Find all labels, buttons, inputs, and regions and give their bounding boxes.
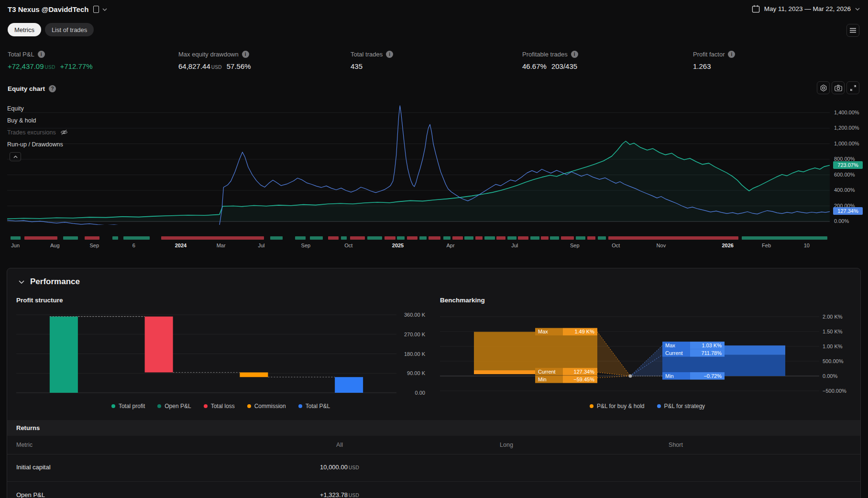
legend-label: Total loss: [211, 403, 235, 409]
long-trade-segment: [443, 236, 450, 240]
tab-list-of-trades[interactable]: List of trades: [45, 23, 94, 36]
legend-dot: [298, 404, 302, 408]
legend-dot: [590, 404, 593, 408]
info-icon[interactable]: i: [728, 51, 735, 58]
strategy-selector[interactable]: T3 Nexus @DaviddTech: [8, 5, 107, 13]
metric-cell: Initial capital: [16, 464, 51, 471]
profit-structure-legend: Total profitOpen P&LTotal lossCommission…: [16, 403, 425, 409]
performance-header[interactable]: Performance: [19, 277, 80, 287]
legend-item-trades-excursions[interactable]: Trades excursions: [7, 126, 68, 138]
current-value-badge: 723.07%: [833, 161, 863, 169]
long-trade-segment: [63, 236, 78, 240]
y-axis-label: 2.00 K%: [823, 314, 843, 320]
equity-chart-x-axis[interactable]: JunAugSep62024MarJulSepOct2025AprJulSepO…: [0, 243, 868, 252]
bar-total-loss: [145, 317, 173, 373]
equity-chart-canvas[interactable]: [7, 98, 830, 225]
table-row: Initial capital10,000.00USD: [7, 454, 860, 482]
collapse-legend-button[interactable]: [10, 152, 21, 161]
y-axis-label: 400.00%: [834, 187, 855, 193]
cell-unit: USD: [349, 465, 359, 470]
legend-item-p-l-for-strategy[interactable]: P&L for strategy: [657, 403, 705, 409]
legend-item-p-l-for-buy-hold[interactable]: P&L for buy & hold: [590, 403, 645, 409]
metric-label: Max equity drawdown: [178, 51, 239, 58]
strategy-tester-panel: T3 Nexus @DaviddTech May 11, 2023 — Mar …: [0, 0, 868, 498]
legend-item-total-profit[interactable]: Total profit: [111, 403, 145, 409]
x-axis-label: 2025: [392, 243, 404, 248]
long-trade-segment: [341, 236, 347, 240]
returns-table-body: Initial capital10,000.00USDOpen P&L+1,32…: [7, 454, 860, 498]
short-trade-segment: [518, 236, 528, 240]
tab-metrics[interactable]: Metrics: [8, 23, 41, 36]
y-axis-label: −500.00%: [823, 388, 846, 394]
x-axis-label: Feb: [762, 243, 771, 248]
x-axis-label: Jul: [511, 243, 518, 248]
eye-off-icon: [60, 129, 68, 135]
info-icon[interactable]: i: [571, 51, 578, 58]
range-label-max: Max1.03 K%: [662, 342, 725, 349]
legend-item-commission[interactable]: Commission: [247, 403, 286, 409]
metric-cell: Open P&L: [16, 491, 45, 498]
metric-value: 64,827.44USD: [178, 62, 222, 70]
info-icon[interactable]: i: [386, 51, 393, 58]
column-header-metric: Metric: [16, 442, 33, 448]
short-trade-segment: [350, 236, 365, 240]
chevron-down-icon: [102, 8, 107, 11]
benchmarking-legend: P&L for buy & holdP&L for strategy: [440, 403, 855, 409]
short-trade-segment: [407, 236, 418, 240]
bar-total-profit: [50, 317, 78, 393]
y-axis-label: 1.00 K%: [823, 343, 843, 349]
y-axis-label: 360.00 K: [404, 312, 425, 318]
svg-text:711.78%: 711.78%: [701, 350, 722, 356]
x-axis-label: Aug: [50, 243, 60, 248]
metric-profitable-trades: Profitable tradesi 46.67%203/435: [522, 51, 578, 70]
benchmarking-chart[interactable]: Max1.49 K%Current127.34%Min−59.45%Max1.0…: [440, 311, 819, 400]
range-label-current: Current127.34%: [535, 368, 597, 376]
long-trade-segment: [419, 236, 427, 240]
legend-item-total-p-l[interactable]: Total P&L: [298, 403, 330, 409]
short-trade-segment: [161, 236, 264, 240]
y-axis-label: 180.00 K: [404, 351, 425, 357]
range-label-current: Current711.78%: [662, 349, 725, 357]
x-axis-label: 2026: [722, 243, 733, 248]
legend-label: Buy & hold: [7, 117, 36, 124]
svg-text:1.49 K%: 1.49 K%: [574, 329, 594, 334]
legend-label: Run-up / Drawdowns: [7, 141, 63, 148]
chart-settings-button[interactable]: [817, 81, 830, 94]
legend-item-open-p-l[interactable]: Open P&L: [157, 403, 191, 409]
svg-text:Max: Max: [538, 329, 548, 334]
x-axis-label: Jun: [11, 243, 20, 248]
short-trade-segment: [452, 236, 463, 240]
short-trade-segment: [385, 236, 395, 240]
performance-card: Performance Profit structure Benchmarkin…: [7, 268, 861, 498]
svg-text:127.34%: 127.34%: [574, 369, 595, 375]
legend-item-total-loss[interactable]: Total loss: [204, 403, 235, 409]
info-icon[interactable]: i: [242, 51, 249, 58]
x-axis-label: 2024: [175, 243, 187, 248]
legend-item-run-up-drawdowns[interactable]: Run-up / Drawdowns: [7, 138, 68, 150]
calendar-icon: [752, 5, 760, 13]
cell-value: +1,323.78: [320, 491, 348, 498]
long-trade-segment: [397, 236, 404, 240]
metric-max-drawdown: Max equity drawdowni 64,827.44USD57.56%: [178, 51, 251, 70]
x-axis-label: 10: [804, 243, 810, 248]
metric-secondary: 203/435: [551, 62, 577, 70]
svg-text:Current: Current: [538, 369, 556, 375]
svg-text:Min: Min: [665, 373, 674, 379]
legend-dot: [657, 404, 661, 408]
short-trade-segment: [587, 236, 595, 240]
equity-chart-y-axis[interactable]: 1,400.00%1,200.00%1,000.00%800.00%600.00…: [833, 0, 867, 249]
metric-label: Total P&L: [8, 51, 34, 58]
legend-dot: [247, 404, 251, 408]
help-icon[interactable]: ?: [49, 85, 56, 92]
x-axis-label: Sep: [570, 243, 580, 248]
equity-chart-header: Equity chart ?: [8, 85, 56, 92]
svg-text:−59.45%: −59.45%: [573, 376, 594, 382]
range-label-min: Min−59.45%: [535, 376, 597, 383]
short-trade-segment: [24, 236, 57, 240]
long-trade-segment: [464, 236, 473, 240]
legend-item-equity[interactable]: Equity: [7, 102, 68, 114]
profit-structure-chart[interactable]: [16, 311, 396, 400]
benchmarking-title: Benchmarking: [440, 297, 485, 304]
info-icon[interactable]: i: [38, 51, 45, 58]
legend-item-buy-hold[interactable]: Buy & hold: [7, 114, 68, 126]
